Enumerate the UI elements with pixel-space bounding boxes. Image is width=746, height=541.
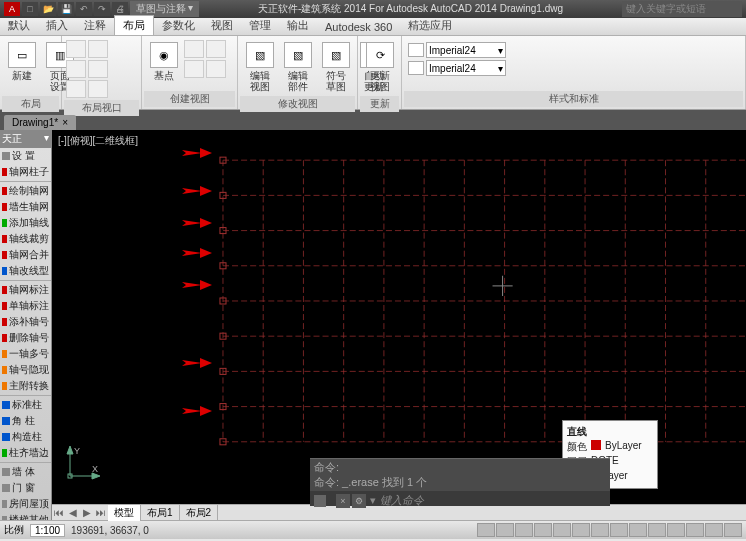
- qat-print-icon[interactable]: 🖨: [112, 2, 128, 16]
- tab-nav-last[interactable]: ⏭: [94, 507, 108, 518]
- create-small-buttons[interactable]: [184, 40, 226, 78]
- sidebar-item[interactable]: 轴网合并: [0, 247, 51, 263]
- panel-label-modifyvp: 修改视图: [240, 96, 355, 112]
- status-toggle[interactable]: [686, 523, 704, 537]
- sidebar-item[interactable]: 楼梯其他: [0, 512, 51, 520]
- status-toggle[interactable]: [648, 523, 666, 537]
- ribbon-tab[interactable]: 精选应用: [400, 16, 460, 35]
- status-toggle[interactable]: [553, 523, 571, 537]
- style2-dropdown[interactable]: Imperial24▾: [426, 60, 506, 76]
- item-icon: [2, 484, 10, 492]
- svg-marker-42: [200, 280, 212, 290]
- status-toggle[interactable]: [534, 523, 552, 537]
- svg-marker-36: [200, 186, 212, 196]
- viewport-small-buttons[interactable]: [66, 40, 108, 98]
- sidebar-item[interactable]: 添补轴号: [0, 314, 51, 330]
- style1-icon: [408, 43, 424, 57]
- annotation-arrow: [182, 280, 212, 290]
- sidebar-item[interactable]: 角 柱: [0, 413, 51, 429]
- cmd-close-icon[interactable]: ×: [336, 494, 350, 508]
- ribbon-tab[interactable]: 管理: [241, 16, 279, 35]
- panel-label-styles: 样式和标准: [404, 91, 743, 107]
- close-icon[interactable]: ×: [62, 117, 68, 128]
- sidebar-item[interactable]: 标准柱: [0, 397, 51, 413]
- sidebar-item[interactable]: 构造柱: [0, 429, 51, 445]
- sidebar-item[interactable]: 轴号隐现: [0, 362, 51, 378]
- status-toggle[interactable]: [724, 523, 742, 537]
- ribbon-tab[interactable]: 注释: [76, 16, 114, 35]
- status-toggle[interactable]: [572, 523, 590, 537]
- sidebar-item[interactable]: 墙 体: [0, 464, 51, 480]
- qat-redo-icon[interactable]: ↷: [94, 2, 110, 16]
- ribbon-tab[interactable]: 输出: [279, 16, 317, 35]
- sidebar-item[interactable]: 轴网标注: [0, 282, 51, 298]
- sidebar-item[interactable]: 轴网柱子: [0, 164, 51, 180]
- ribbon-tab[interactable]: 布局: [114, 15, 154, 35]
- modify-button[interactable]: ▧编辑部件: [280, 40, 316, 94]
- item-icon: [2, 251, 7, 259]
- ribbon-tab[interactable]: 插入: [38, 16, 76, 35]
- ribbon-tab[interactable]: 参数化: [154, 16, 203, 35]
- cmd-handle-icon[interactable]: [314, 495, 326, 507]
- svg-marker-45: [182, 408, 202, 414]
- sidebar-item[interactable]: 绘制轴网: [0, 183, 51, 199]
- sidebar-item[interactable]: 单轴标注: [0, 298, 51, 314]
- status-toggle[interactable]: [591, 523, 609, 537]
- tab-nav-first[interactable]: ⏮: [52, 507, 66, 518]
- modify-button[interactable]: ▧符号草图: [318, 40, 354, 94]
- sidebar-item[interactable]: 轴改线型: [0, 263, 51, 279]
- base-point-button[interactable]: ◉基点: [146, 40, 182, 83]
- status-toggle[interactable]: [667, 523, 685, 537]
- tool-icon: ▧: [284, 42, 312, 68]
- drawing-viewport[interactable]: [-][俯视][二维线框]: [52, 130, 746, 504]
- sidebar-item[interactable]: 添加轴线: [0, 215, 51, 231]
- layout-tab[interactable]: 布局1: [141, 505, 180, 521]
- document-tab[interactable]: Drawing1*×: [4, 115, 76, 130]
- sidebar-item[interactable]: 删除轴号: [0, 330, 51, 346]
- sidebar-item[interactable]: 轴线裁剪: [0, 231, 51, 247]
- cmd-opts-icon[interactable]: ⚙: [352, 494, 366, 508]
- status-bar: 比例 1:100 193691, 36637, 0: [0, 520, 746, 539]
- command-input[interactable]: 键入命令: [380, 493, 424, 508]
- qat-open-icon[interactable]: 📂: [40, 2, 56, 16]
- status-toggle[interactable]: [705, 523, 723, 537]
- sidebar-item[interactable]: 主附转换: [0, 378, 51, 394]
- sidebar-item[interactable]: 一轴多号: [0, 346, 51, 362]
- ribbon-tab[interactable]: Autodesk 360: [317, 19, 400, 35]
- style1-dropdown[interactable]: Imperial24▾: [426, 42, 506, 58]
- status-toggle[interactable]: [477, 523, 495, 537]
- annotation-arrow: [182, 186, 212, 196]
- sidebar-item[interactable]: 柱齐墙边: [0, 445, 51, 461]
- scale-label: 比例: [4, 523, 24, 537]
- qat-save-icon[interactable]: 💾: [58, 2, 74, 16]
- status-toggle[interactable]: [515, 523, 533, 537]
- item-icon: [2, 235, 7, 243]
- tab-nav-prev[interactable]: ◀: [66, 507, 80, 518]
- palette-menu-icon[interactable]: ▾: [44, 132, 49, 146]
- status-toggle[interactable]: [610, 523, 628, 537]
- layout-tab[interactable]: 布局2: [180, 505, 219, 521]
- update-view-button[interactable]: ⟳更新视图: [362, 40, 398, 94]
- status-toggle[interactable]: [496, 523, 514, 537]
- scale-value[interactable]: 1:100: [30, 524, 65, 537]
- ribbon-tab[interactable]: 默认: [0, 16, 38, 35]
- svg-marker-37: [182, 220, 202, 226]
- qat-new-icon[interactable]: □: [22, 2, 38, 16]
- svg-marker-43: [182, 360, 202, 366]
- tab-nav-next[interactable]: ▶: [80, 507, 94, 518]
- sidebar-item[interactable]: 房间屋顶: [0, 496, 51, 512]
- sidebar-item[interactable]: 墙生轴网: [0, 199, 51, 215]
- sidebar-item[interactable]: 设 置: [0, 148, 51, 164]
- ribbon-tab[interactable]: 视图: [203, 16, 241, 35]
- sidebar-item[interactable]: 门 窗: [0, 480, 51, 496]
- app-menu-button[interactable]: A: [4, 2, 20, 16]
- panel-label-layoutvp: 布局视口: [64, 100, 139, 116]
- search-input[interactable]: 键入关键字或短语: [622, 1, 742, 17]
- new-layout-button[interactable]: ▭新建: [4, 40, 40, 83]
- svg-marker-46: [200, 406, 212, 416]
- modify-button[interactable]: ▧编辑视图: [242, 40, 278, 94]
- qat-undo-icon[interactable]: ↶: [76, 2, 92, 16]
- status-toggle[interactable]: [629, 523, 647, 537]
- command-window: 命令:命令: _.erase 找到 1 个 ×⚙ ▾ 键入命令: [310, 458, 610, 506]
- layout-tab[interactable]: 模型: [108, 505, 141, 521]
